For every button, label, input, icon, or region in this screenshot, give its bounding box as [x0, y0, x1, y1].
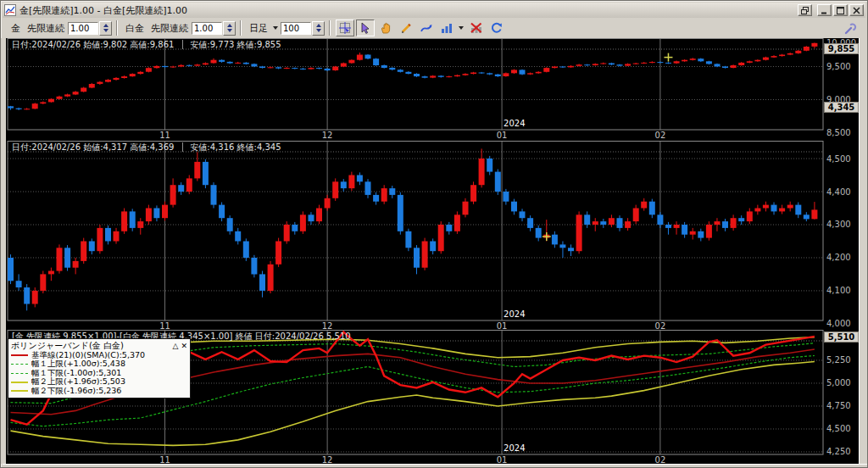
ohlc-header-text: 日付:2024/02/26 始値:4,317 高値:4,369	[12, 142, 174, 152]
chart-style-dropdown-arrow[interactable]	[459, 26, 464, 30]
platinum-scale-input[interactable]	[192, 22, 222, 35]
y-axis-tick-label: 8,500	[826, 128, 851, 137]
refresh-icon[interactable]	[487, 20, 506, 36]
minimize-button[interactable]	[817, 4, 832, 16]
legend-line-sample	[11, 382, 28, 383]
spin-up-icon	[316, 24, 321, 27]
x-axis-tick-label: 01	[497, 455, 508, 464]
gold-scale-input[interactable]	[68, 22, 98, 35]
chart-background	[6, 38, 859, 141]
windows-icon	[801, 7, 809, 14]
platinum-chart-canvas: 4,5004,4004,3004,2004,1004,0001112010220…	[6, 141, 859, 330]
last-price-badge-0: 9,855	[824, 43, 859, 54]
x-axis-tick-label: 12	[322, 131, 333, 140]
y-axis-tick-label: 4,750	[826, 401, 851, 410]
chart-region: 10,0009,5009,0008,500111201022024 4,5004…	[1, 38, 868, 464]
bar-count-input[interactable]	[281, 22, 311, 35]
legend-collapse-icon[interactable]: △	[173, 342, 179, 350]
maximize-button[interactable]	[833, 4, 848, 16]
y-axis-tick-label: 4,500	[826, 424, 851, 433]
chart-background	[6, 141, 859, 330]
legend-line-sample	[11, 354, 28, 356]
year-label: 2024	[504, 309, 525, 319]
ohlc-header-text: 安値:9,773 終値:9,855	[182, 40, 281, 49]
spin-up-icon	[227, 24, 232, 27]
legend-line-sample	[11, 364, 28, 365]
spin-up-icon	[103, 24, 108, 27]
wrench-icon[interactable]	[842, 20, 859, 36]
maximize-icon	[837, 7, 844, 14]
y-axis-tick-label: 4,250	[826, 447, 851, 456]
pencil-tool-icon[interactable]	[397, 20, 415, 36]
y-axis-tick-label: 4,500	[826, 154, 851, 164]
toolbar-separator	[116, 20, 118, 36]
spin-down-icon	[103, 29, 108, 32]
hand-tool-icon[interactable]	[376, 20, 395, 36]
toolbar: 金 先限連続 白金 先限連続 日足	[3, 18, 865, 38]
spin-down-icon	[316, 29, 321, 32]
y-axis-tick-label: 9,500	[826, 62, 851, 71]
period-select[interactable]: 日足	[249, 22, 268, 35]
minimize-icon	[821, 7, 828, 14]
close-icon	[853, 7, 860, 14]
window-controls	[796, 4, 864, 16]
app-window: 金[先限連続]1.00 - 白金[先限連続]1.00 金 先限連続 白金 先限連…	[0, 0, 868, 468]
x-axis-tick-label: 01	[497, 321, 508, 330]
x-axis-tick-label: 12	[322, 321, 333, 330]
period-dropdown-arrow[interactable]	[273, 26, 278, 30]
ohlc-header-text: 安値:4,316 終値:4,345	[182, 142, 281, 152]
spin-down-icon	[227, 29, 232, 32]
window-title: 金[先限連続]1.00 - 白金[先限連続]1.00	[19, 4, 796, 17]
platinum-symbol-label: 白金	[125, 22, 144, 35]
curve-tool-icon[interactable]	[417, 20, 436, 36]
gold-symbol-label: 金	[11, 22, 20, 35]
chart-header-1: 日付:2024/02/26 始値:4,317 高値:4,369安値:4,316 …	[12, 142, 281, 153]
last-price-badge-1: 4,345	[824, 102, 859, 113]
y-axis-tick-label: 5,250	[826, 355, 851, 365]
y-axis-tick-label: 4,000	[826, 319, 851, 328]
gold-chart-canvas: 10,0009,5009,0008,500111201022024	[6, 38, 859, 141]
close-button[interactable]	[849, 4, 864, 16]
y-axis-tick-label: 4,100	[826, 286, 851, 295]
year-label: 2024	[504, 443, 525, 453]
gold-scale-spinner[interactable]	[99, 21, 112, 36]
legend-item-label: 幅２下限(-1.96σ):5,236	[31, 386, 121, 397]
legend-line-sample	[11, 373, 28, 374]
y-axis-tick-label: 4,200	[826, 253, 851, 262]
x-axis-tick-label: 02	[655, 455, 666, 464]
toolbar-separator	[240, 20, 242, 36]
new-window-button[interactable]	[798, 4, 812, 16]
last-price-badge-2: 5,510	[824, 332, 859, 343]
year-label: 2024	[504, 119, 525, 128]
x-axis-tick-label: 02	[655, 131, 666, 140]
titlebar: 金[先限連続]1.00 - 白金[先限連続]1.00	[3, 3, 865, 18]
platinum-scale-spinner[interactable]	[223, 21, 236, 36]
legend-close-icon[interactable]: ✕	[181, 342, 187, 350]
bar-count-spinner[interactable]	[312, 21, 325, 36]
gold-series-label: 先限連続	[27, 22, 64, 35]
y-axis-tick-label: 5,000	[826, 378, 851, 387]
y-axis-tick-label: 4,300	[826, 220, 851, 229]
platinum-series-label: 先限連続	[151, 22, 188, 35]
y-axis-tick-label: 4,400	[826, 187, 851, 197]
x-axis-tick-label: 11	[159, 455, 170, 464]
x-axis-tick-label: 11	[159, 321, 170, 330]
x-axis-tick-label: 01	[497, 131, 508, 140]
select-tool-icon[interactable]	[356, 20, 375, 36]
clear-indicators-icon[interactable]	[467, 20, 486, 36]
ohlc-header-text: 日付:2024/02/26 始値:9,802 高値:9,861	[12, 40, 174, 49]
legend-line-sample	[11, 390, 28, 392]
x-axis-tick-label: 11	[159, 131, 170, 140]
bottom-frame	[3, 464, 867, 468]
tool-icon-group	[335, 20, 507, 36]
chart-window-icon	[4, 4, 16, 16]
chart-header-0: 日付:2024/02/26 始値:9,802 高値:9,861安値:9,773 …	[12, 39, 281, 51]
legend-row: 幅２下限(-1.96σ):5,236	[11, 387, 187, 396]
x-axis-tick-label: 12	[322, 455, 333, 464]
right-frame	[859, 38, 867, 464]
chart-style-icon[interactable]	[437, 20, 456, 36]
x-axis-tick-label: 02	[655, 321, 666, 330]
toolbar-separator	[329, 20, 331, 36]
crosshair-tool-icon[interactable]	[336, 20, 354, 36]
bollinger-legend: ボリンジャーバンド(金 白金)△✕基準線(21)(0)(SMA)(C):5,37…	[8, 338, 191, 398]
